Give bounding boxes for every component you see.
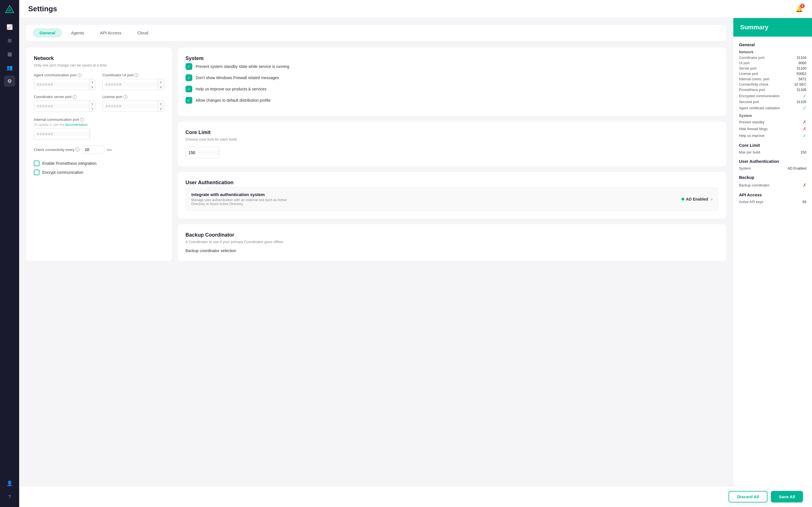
ad-enabled-badge: AD Enabled › — [681, 196, 712, 202]
license-port-input-wrap: ▲ ▼ — [102, 101, 164, 112]
discard-all-button[interactable]: Discard All — [728, 491, 767, 503]
user-auth-title: User Authentication — [186, 180, 718, 186]
internal-comm-port-info-icon[interactable]: i — [80, 118, 84, 122]
license-port-spinners: ▲ ▼ — [158, 101, 164, 112]
tab-agents[interactable]: Agents — [64, 28, 91, 38]
license-port-field: License port i ▲ ▼ — [102, 95, 164, 112]
license-port-up[interactable]: ▲ — [158, 101, 164, 106]
auth-box-desc: Manage user authentication with an exter… — [192, 198, 287, 206]
core-limit-input[interactable] — [186, 151, 219, 155]
coordinator-ui-port-spinners: ▲ ▼ — [158, 79, 164, 90]
backup-subtitle: A Coordinator to use if your primary Coo… — [186, 240, 718, 244]
license-port-down[interactable]: ▼ — [158, 106, 164, 112]
coordinator-ui-port-down[interactable]: ▼ — [158, 84, 164, 90]
sidebar-item-grid[interactable]: ▦ — [4, 48, 15, 60]
connectivity-info-icon[interactable]: i — [75, 148, 80, 152]
summary-api-rows: Active API keys99 — [739, 200, 806, 204]
system-check-row: ✓ Don't show Windows Firewall related me… — [186, 74, 718, 81]
summary-row: UI port8000 — [739, 61, 806, 65]
network-subtitle: Only one port change can be saved at a t… — [34, 63, 164, 67]
network-card: Network Only one port change can be save… — [26, 48, 172, 261]
coordinator-server-port-down[interactable]: ▼ — [89, 106, 95, 112]
enable-prometheus-row[interactable]: Enable Prometheus integration — [34, 161, 164, 166]
summary-row: Prevent standby✗ — [739, 119, 806, 125]
encrypt-communication-row[interactable]: Encrypt communication — [34, 170, 164, 175]
sidebar-item-people[interactable]: 👥 — [4, 62, 15, 73]
header: Settings 🔔 2 — [19, 0, 812, 18]
summary-row: Server port31100 — [739, 66, 806, 70]
app-logo — [4, 4, 15, 15]
page-title: Settings — [28, 4, 57, 13]
page-content: General Agents API Access Cloud Network … — [19, 18, 733, 486]
sidebar-item-table[interactable]: ⊞ — [4, 35, 15, 46]
coordinator-server-port-input[interactable] — [34, 104, 89, 108]
tab-cloud[interactable]: Cloud — [130, 28, 155, 38]
agent-comm-port-info-icon[interactable]: i — [78, 73, 82, 77]
connectivity-input[interactable] — [82, 145, 104, 154]
system-check-row: ✓ Help us improve our products & service… — [186, 86, 718, 93]
system-card: System ✓ Prevent system standby state wh… — [177, 48, 726, 116]
internal-comm-port-input-wrap: ▲ ▼ — [34, 128, 90, 140]
sidebar-item-help[interactable]: ? — [4, 491, 15, 503]
coordinator-ui-port-info-icon[interactable]: i — [135, 73, 139, 77]
coordinator-server-port-input-wrap: ▲ ▼ — [34, 101, 96, 112]
system-title: System — [186, 55, 718, 61]
user-auth-main: Integrate with authentication system Man… — [192, 192, 287, 206]
sidebar-item-user[interactable]: 👤 — [4, 478, 15, 489]
system-check-label: Help us improve our products & services — [196, 87, 266, 91]
license-port-info-icon[interactable]: i — [123, 95, 128, 99]
port-grid: Agent communication port i ▲ ▼ — [34, 73, 164, 112]
internal-comm-port-up[interactable]: ▲ — [89, 129, 90, 134]
coordinator-server-port-spinners: ▲ ▼ — [89, 101, 95, 112]
internal-comm-note: To update it, see the documentation — [34, 123, 164, 127]
summary-user-auth-label: User Authentication — [739, 159, 806, 164]
core-limit-card: Core Limit Choose core limit for each bu… — [177, 122, 726, 166]
agent-comm-port-down[interactable]: ▼ — [89, 84, 95, 90]
license-port-input[interactable] — [103, 104, 158, 108]
save-all-button[interactable]: Save All — [771, 491, 803, 503]
sidebar-item-analytics[interactable]: 📈 — [4, 21, 15, 33]
core-limit-input-wrap: ▲ ▼ — [186, 147, 219, 158]
agent-comm-port-field: Agent communication port i ▲ ▼ — [34, 73, 96, 90]
system-check-row: ✓ Allow changes to default distribution … — [186, 97, 718, 104]
encrypt-communication-checkbox[interactable] — [34, 170, 40, 175]
tab-general[interactable]: General — [33, 28, 62, 38]
sidebar-item-settings[interactable]: ⚙ — [4, 75, 15, 87]
check-icon: ✓ — [186, 63, 192, 70]
user-auth-box[interactable]: Integrate with authentication system Man… — [186, 187, 718, 211]
tab-api-access[interactable]: API Access — [93, 28, 128, 38]
coordinator-server-port-up[interactable]: ▲ — [89, 101, 95, 106]
agent-comm-port-spinners: ▲ ▼ — [89, 79, 95, 90]
summary-row: Coordinator port31104 — [739, 56, 806, 60]
internal-comm-section: Internal communication port i To update … — [34, 117, 164, 140]
main-area: Settings 🔔 2 General Agents API Access C… — [19, 0, 812, 507]
notification-bell[interactable]: 🔔 2 — [795, 5, 803, 13]
system-check-label: Don't show Windows Firewall related mess… — [196, 75, 279, 80]
coordinator-ui-port-label: Coordinator UI port i — [102, 73, 164, 77]
coordinator-ui-port-input[interactable] — [103, 82, 158, 87]
user-auth-card: User Authentication Integrate with authe… — [177, 172, 726, 219]
right-col: System ✓ Prevent system standby state wh… — [177, 48, 726, 261]
summary-row: Connectivity check10 SEC — [739, 82, 806, 87]
internal-comm-port-down[interactable]: ▼ — [89, 134, 90, 139]
system-checks: ✓ Prevent system standby state while ser… — [186, 63, 718, 104]
coordinator-server-port-info-icon[interactable]: i — [73, 95, 77, 99]
internal-comm-port-input[interactable] — [34, 132, 89, 136]
agent-comm-port-input[interactable] — [34, 82, 89, 87]
summary-row: Agent certificate validation✓ — [739, 105, 806, 111]
summary-core-rows: Max per build150 — [739, 151, 806, 154]
network-title: Network — [34, 55, 164, 61]
summary-row: Help us improve✓ — [739, 133, 806, 138]
backup-card: Backup Coordinator A Coordinator to use … — [177, 224, 726, 261]
cards-row: Network Only one port change can be save… — [26, 48, 726, 261]
check-icon: ✓ — [186, 74, 192, 81]
internal-comm-port-label: Internal communication port i — [34, 117, 164, 122]
summary-row: Prometheus port31106 — [739, 88, 806, 92]
backup-title: Backup Coordinator — [186, 232, 718, 238]
connectivity-row: Check connectivity every i sec — [34, 145, 164, 154]
enable-prometheus-checkbox[interactable] — [34, 161, 40, 166]
coordinator-ui-port-up[interactable]: ▲ — [158, 79, 164, 84]
check-icon: ✓ — [186, 86, 192, 93]
agent-comm-port-up[interactable]: ▲ — [89, 79, 95, 84]
documentation-link[interactable]: documentation — [65, 123, 87, 127]
